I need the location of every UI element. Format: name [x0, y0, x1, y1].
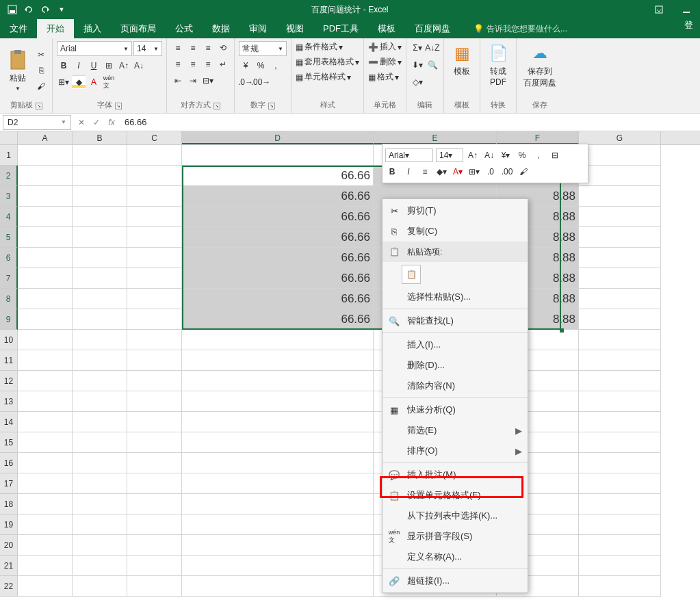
row-header-12[interactable]: 12: [0, 371, 18, 391]
convert-pdf-button[interactable]: 📄 转成 PDF: [484, 41, 512, 88]
cell-D15[interactable]: [182, 432, 374, 453]
mini-decrease-font-icon[interactable]: A↓: [482, 148, 496, 162]
cell-styles-button[interactable]: ▦单元格样式▾: [296, 71, 359, 83]
cell-B9[interactable]: [73, 309, 127, 330]
format-cells-button[interactable]: ▦格式▾: [368, 71, 402, 83]
cm-filter[interactable]: 筛选(E)▶: [383, 420, 528, 441]
tab-page-layout[interactable]: 页面布局: [111, 19, 166, 38]
cm-phonetic[interactable]: wén文显示拼音字段(S): [383, 526, 528, 547]
phonetic-button[interactable]: wén文: [102, 75, 116, 89]
row-header-21[interactable]: 21: [0, 556, 18, 576]
font-size-select[interactable]: 14▼: [133, 41, 162, 56]
clipboard-dialog-launcher[interactable]: ↘: [36, 103, 42, 109]
col-header-B[interactable]: B: [73, 131, 127, 144]
cm-define-name[interactable]: 定义名称(A)...: [383, 547, 528, 567]
increase-font-icon[interactable]: A↑: [117, 59, 131, 73]
cm-sort[interactable]: 排序(O)▶: [383, 441, 528, 461]
cell-D12[interactable]: [182, 371, 374, 391]
italic-button[interactable]: I: [72, 59, 86, 73]
cell-B20[interactable]: [73, 535, 127, 556]
cell-D14[interactable]: [182, 412, 374, 432]
comma-icon[interactable]: ,: [269, 59, 283, 73]
row-header-5[interactable]: 5: [0, 227, 18, 248]
tab-pdf-tools[interactable]: PDF工具: [313, 19, 368, 38]
mini-italic-button[interactable]: I: [402, 165, 415, 179]
merge-button[interactable]: ⊟▾: [201, 74, 215, 88]
find-icon[interactable]: 🔍: [426, 58, 439, 72]
cell-G1[interactable]: [579, 145, 661, 166]
cell-D18[interactable]: [182, 494, 374, 514]
cell-C5[interactable]: [127, 227, 182, 248]
cell-A16[interactable]: [18, 453, 73, 473]
cell-A19[interactable]: [18, 514, 73, 535]
row-header-6[interactable]: 6: [0, 248, 18, 268]
cell-B15[interactable]: [73, 432, 127, 453]
cell-G21[interactable]: [579, 556, 661, 576]
align-left-icon[interactable]: ≡: [171, 57, 185, 71]
row-header-2[interactable]: 2: [0, 166, 18, 186]
cell-C16[interactable]: [127, 453, 182, 473]
cell-B19[interactable]: [73, 514, 127, 535]
cell-D6[interactable]: 66.66: [182, 248, 374, 268]
cell-B13[interactable]: [73, 391, 127, 412]
align-right-icon[interactable]: ≡: [201, 57, 215, 71]
cell-C8[interactable]: [127, 289, 182, 309]
cell-A7[interactable]: [18, 268, 73, 289]
cell-C2[interactable]: [127, 166, 182, 186]
mini-percent-icon[interactable]: %: [515, 148, 529, 162]
row-header-1[interactable]: 1: [0, 145, 18, 166]
cm-insert[interactable]: 插入(I)...: [383, 335, 528, 355]
row-header-17[interactable]: 17: [0, 473, 18, 494]
cell-C9[interactable]: [127, 309, 182, 330]
col-header-A[interactable]: A: [18, 131, 73, 144]
cell-B12[interactable]: [73, 371, 127, 391]
cell-C7[interactable]: [127, 268, 182, 289]
cell-G6[interactable]: [579, 248, 661, 268]
cell-G5[interactable]: [579, 227, 661, 248]
cm-insert-comment[interactable]: 💬插入批注(M): [383, 465, 528, 485]
font-dialog-launcher[interactable]: ↘: [115, 103, 122, 109]
fill-handle[interactable]: [560, 328, 564, 332]
conditional-format-button[interactable]: ▦条件格式▾: [296, 41, 359, 53]
cell-A6[interactable]: [18, 248, 73, 268]
cell-C18[interactable]: [127, 494, 182, 514]
cell-D17[interactable]: [182, 473, 374, 494]
save-netdisk-button[interactable]: ☁ 保存到 百度网盘: [521, 41, 559, 90]
save-icon[interactable]: [7, 4, 18, 15]
sort-filter-icon[interactable]: A↓Z: [426, 41, 439, 55]
mini-font-select[interactable]: Arial ▾: [385, 148, 433, 162]
sign-in-link[interactable]: 登: [684, 19, 693, 31]
increase-indent-icon[interactable]: ⇥: [186, 74, 200, 88]
row-header-4[interactable]: 4: [0, 207, 18, 227]
mini-fill-color-icon[interactable]: ◆▾: [435, 165, 448, 179]
mini-decimal-dec-icon[interactable]: .00: [500, 165, 514, 179]
redo-icon[interactable]: [40, 4, 51, 15]
row-header-14[interactable]: 14: [0, 412, 18, 432]
cell-A1[interactable]: [18, 145, 73, 166]
cell-A18[interactable]: [18, 494, 73, 514]
cell-B22[interactable]: [73, 576, 127, 597]
row-header-13[interactable]: 13: [0, 391, 18, 412]
cell-D3[interactable]: 66.66: [182, 186, 374, 207]
cell-G12[interactable]: [579, 371, 661, 391]
cm-smart-lookup[interactable]: 🔍智能查找(L): [383, 311, 528, 331]
tab-review[interactable]: 审阅: [239, 19, 276, 38]
mini-font-color-icon[interactable]: A▾: [451, 165, 465, 179]
cell-B17[interactable]: [73, 473, 127, 494]
cell-D13[interactable]: [182, 391, 374, 412]
cell-B8[interactable]: [73, 289, 127, 309]
cell-B10[interactable]: [73, 330, 127, 350]
ribbon-options-icon[interactable]: [645, 0, 673, 19]
template-button[interactable]: ▦ 模板: [448, 41, 476, 79]
cm-paste-special[interactable]: 选择性粘贴(S)...: [383, 287, 528, 307]
borders-dropdown[interactable]: ⊞▾: [57, 75, 70, 89]
cell-A11[interactable]: [18, 350, 73, 371]
mini-currency-icon[interactable]: ¥▾: [499, 148, 513, 162]
tab-template[interactable]: 模板: [368, 19, 405, 38]
cell-G7[interactable]: [579, 268, 661, 289]
accept-formula-icon[interactable]: ✓: [89, 115, 104, 130]
cell-G18[interactable]: [579, 494, 661, 514]
cm-delete[interactable]: 删除(D)...: [383, 355, 528, 376]
cell-G11[interactable]: [579, 350, 661, 371]
tab-home[interactable]: 开始: [37, 19, 74, 38]
